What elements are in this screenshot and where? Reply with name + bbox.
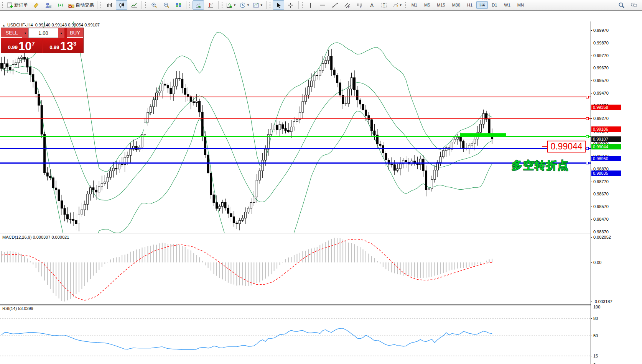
- volume-decrease-button[interactable]: ▼: [22, 28, 28, 38]
- toolbar-button-search[interactable]: [616, 0, 627, 10]
- sell-price-prefix: 0.99: [8, 44, 18, 50]
- timeframe-button-d1[interactable]: D1: [489, 1, 500, 9]
- price-axis[interactable]: 0.999700.998700.997700.996700.995700.994…: [591, 21, 642, 364]
- toolbar-button-chat[interactable]: [628, 0, 639, 10]
- toolbar-button-new-order[interactable]: 新订单: [5, 0, 29, 10]
- toolbar-button-indicators[interactable]: ▼: [225, 0, 237, 10]
- line-handle[interactable]: [586, 162, 589, 164]
- toolbar: 新订单自动交易▼▼▼EFAT▼M1M5M15M30H1H4D1W1MN: [0, 0, 642, 10]
- vline-icon: [307, 2, 314, 8]
- tile-windows-icon: [175, 2, 182, 8]
- toolbar-drag-handle[interactable]: [269, 2, 271, 8]
- rsi-pane: [0, 305, 591, 364]
- timeframe-button-m15[interactable]: M15: [434, 1, 448, 9]
- toolbar-button-chart-shift[interactable]: [205, 0, 216, 10]
- volume-increase-button[interactable]: ▲: [58, 28, 64, 38]
- timeframe-button-h4[interactable]: H4: [476, 1, 488, 9]
- toolbar-button-auto-scroll[interactable]: [193, 0, 204, 10]
- line-handle[interactable]: [586, 96, 589, 98]
- buy-price-pip: 3: [73, 40, 76, 47]
- toolbar-button-profiles[interactable]: [42, 0, 54, 10]
- bar-chart-icon: [106, 2, 113, 8]
- axis-tick-mark: [591, 30, 592, 31]
- price-badge: 0.98950: [591, 156, 621, 161]
- timeframe-button-w1[interactable]: W1: [501, 1, 514, 9]
- horizontal-line-object[interactable]: [0, 162, 591, 164]
- chevron-down-icon[interactable]: ▼: [399, 3, 402, 7]
- toolbar-drag-handle[interactable]: [145, 2, 147, 8]
- toolbar-separator: [142, 1, 142, 9]
- toolbar-button-fibonacci[interactable]: F: [354, 0, 365, 10]
- buy-price-prefix: 0.99: [49, 44, 59, 50]
- toolbar-button-cursor[interactable]: [273, 0, 284, 10]
- line-handle[interactable]: [586, 135, 589, 138]
- toolbar-button-vline[interactable]: [305, 0, 316, 10]
- sell-price-display[interactable]: 0.99 10 7: [1, 38, 42, 53]
- price-callout-box[interactable]: 0.99044: [547, 141, 586, 152]
- toolbar-button-candles[interactable]: [116, 0, 127, 10]
- chart-header: ▲USDCHF-,H4 0.99140 0.99143 0.99054 0.99…: [2, 23, 100, 27]
- price-tick-label: 0.98370: [593, 230, 609, 234]
- toolbar-button-signals[interactable]: [54, 0, 66, 10]
- svg-text:A: A: [370, 2, 374, 8]
- chevron-down-icon[interactable]: ▼: [233, 3, 236, 7]
- chevron-down-icon[interactable]: ▼: [247, 3, 250, 7]
- toolbar-drag-handle[interactable]: [221, 2, 223, 8]
- timeframe-button-m1[interactable]: M1: [408, 1, 420, 9]
- toolbar-button-bar-chart[interactable]: [104, 0, 115, 10]
- axis-tick-mark: [591, 307, 592, 307]
- timeframe-button-mn[interactable]: MN: [514, 1, 527, 9]
- buy-price-display[interactable]: 0.99 13 3: [43, 38, 84, 53]
- chat-icon: [630, 2, 637, 8]
- axis-tick-mark: [591, 207, 592, 207]
- toolbar-button-text[interactable]: A: [366, 0, 378, 10]
- pivot-annotation-text[interactable]: 多空转折点: [512, 158, 569, 173]
- layouts-icon: [33, 2, 39, 8]
- chevron-down-icon[interactable]: ▼: [260, 3, 263, 7]
- toolbar-drag-handle[interactable]: [301, 2, 303, 8]
- timeframe-button-m30[interactable]: M30: [449, 1, 463, 9]
- macd-scale-label: -0.003187: [593, 299, 612, 304]
- line-handle[interactable]: [586, 117, 589, 120]
- toolbar-button-tile-windows[interactable]: [173, 0, 184, 10]
- toolbar-button-autotrading[interactable]: 自动交易: [67, 0, 95, 10]
- toolbar-button-label[interactable]: T: [379, 0, 390, 10]
- support-zone-rectangle[interactable]: [460, 133, 506, 137]
- price-badge: 0.98835: [591, 171, 621, 176]
- volume-input[interactable]: 1.00: [28, 28, 58, 38]
- horizontal-line-object[interactable]: [0, 118, 591, 119]
- horizontal-line-object[interactable]: [0, 148, 591, 149]
- price-tick-label: 0.99870: [593, 41, 609, 45]
- toolbar-drag-handle[interactable]: [100, 2, 102, 8]
- chart-window: ▲USDCHF-,H4 0.99140 0.99143 0.99054 0.99…: [0, 10, 642, 364]
- timeframe-button-m5[interactable]: M5: [421, 1, 433, 9]
- sell-button[interactable]: SELL: [1, 28, 22, 38]
- toolbar-button-line-chart[interactable]: [128, 0, 140, 10]
- price-tick-label: 0.98470: [593, 217, 609, 221]
- chart-shift-icon: [207, 2, 214, 8]
- toolbar-button-shapes[interactable]: ▼: [391, 0, 403, 10]
- line-handle[interactable]: [586, 147, 589, 150]
- price-tick-label: 0.99470: [593, 91, 609, 95]
- toolbar-button-zoom-out[interactable]: [160, 0, 172, 10]
- toolbar-drag-handle[interactable]: [405, 2, 407, 8]
- toolbar-button-periods[interactable]: ▼: [238, 0, 251, 10]
- toolbar-button-zoom-in[interactable]: [148, 0, 160, 10]
- toolbar-button-templates[interactable]: ▼: [252, 0, 264, 10]
- toolbar-button-hline[interactable]: [317, 0, 329, 10]
- price-tick-label: 0.99970: [593, 28, 609, 33]
- toolbar-drag-handle[interactable]: [2, 2, 4, 8]
- price-badge: 0.99044: [591, 144, 621, 149]
- buy-button[interactable]: BUY: [67, 28, 83, 38]
- axis-tick-mark: [591, 118, 592, 119]
- toolbar-button-trendline[interactable]: [329, 0, 341, 10]
- toolbar-drag-handle[interactable]: [189, 2, 191, 8]
- toolbar-button-channel[interactable]: E: [342, 0, 353, 10]
- ohlc-values: 0.99140 0.99143 0.99054 0.99107: [35, 23, 100, 27]
- horizontal-line-object[interactable]: [0, 97, 591, 97]
- toolbar-button-crosshair[interactable]: [285, 0, 296, 10]
- collapse-panel-icon[interactable]: ▲: [2, 24, 5, 27]
- toolbar-button-layouts[interactable]: [30, 0, 41, 10]
- price-tick-label: 0.99270: [593, 116, 609, 121]
- timeframe-button-h1[interactable]: H1: [464, 1, 476, 9]
